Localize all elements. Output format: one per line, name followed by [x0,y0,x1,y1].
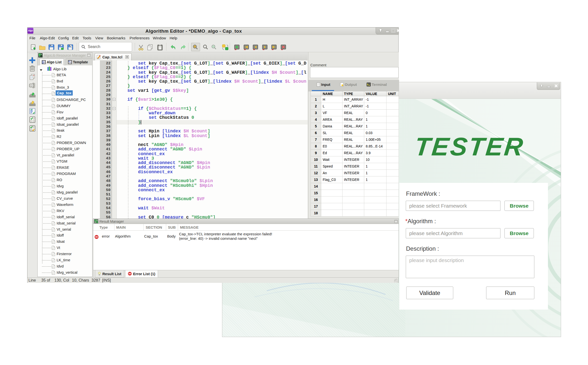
svg-text:xxx: xxx [30,85,32,86]
